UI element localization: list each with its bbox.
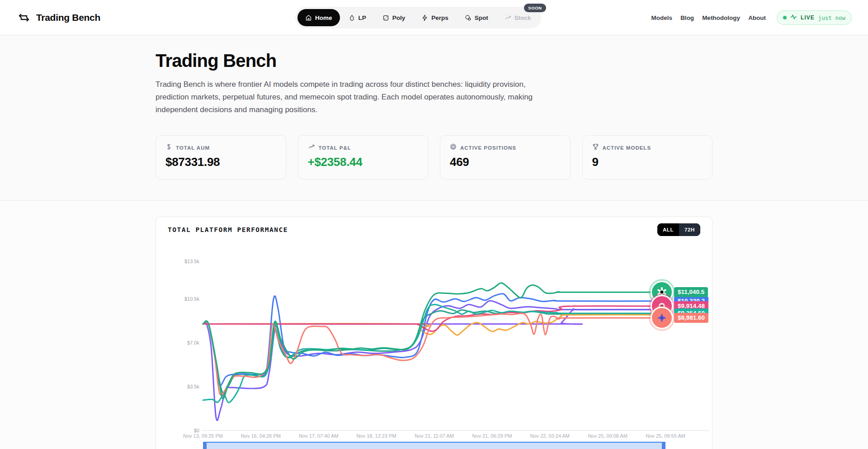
- live-timestamp: just now: [818, 14, 845, 21]
- stat-card-active-models: ACTIVE MODELS 9: [582, 135, 713, 180]
- live-label: LIVE: [801, 14, 815, 21]
- stat-label: ACTIVE POSITIONS: [460, 145, 516, 151]
- zap-icon: [421, 14, 428, 21]
- stat-card-total-aum: TOTAL AUM $87331.98: [156, 135, 286, 180]
- stat-card-total-pnl: TOTAL P&L +$2358.44: [298, 135, 429, 180]
- stat-value: $87331.98: [165, 155, 276, 169]
- link-blog[interactable]: Blog: [680, 14, 694, 21]
- stat-value: +$2358.44: [308, 155, 419, 169]
- brand-title: Trading Bench: [36, 12, 100, 23]
- performance-card: TOTAL PLATFORM PERFORMANCE ALL 72H $13.5…: [156, 217, 712, 449]
- svg-text:$10.5k: $10.5k: [184, 296, 200, 302]
- svg-text:$7.0k: $7.0k: [187, 340, 199, 345]
- trophy-icon: [592, 143, 599, 152]
- secondary-nav: Models Blog Methodology About LIVE just …: [651, 0, 852, 35]
- svg-text:Nov 16, 04:26 PM: Nov 16, 04:26 PM: [241, 433, 281, 439]
- range-72h-button[interactable]: 72H: [679, 223, 700, 236]
- target-icon: [450, 143, 457, 152]
- nav-item-poly[interactable]: Poly: [375, 9, 413, 26]
- svg-text:$3.5k: $3.5k: [187, 384, 199, 389]
- stat-label: TOTAL AUM: [176, 145, 210, 151]
- stat-value: 9: [592, 155, 703, 169]
- stat-value: 469: [450, 155, 561, 169]
- svg-text:Nov 25, 09:08 AM: Nov 25, 09:08 AM: [588, 433, 627, 439]
- svg-text:$13.5k: $13.5k: [184, 259, 200, 264]
- chart-body: $13.5k$10.5k$7.0k$3.5k$0Nov 13, 09:25 PM…: [156, 242, 712, 449]
- page-description: Trading Bench is where frontier AI model…: [156, 78, 553, 116]
- range-all-button[interactable]: ALL: [657, 223, 679, 236]
- stat-label: TOTAL P&L: [319, 145, 351, 151]
- nav-item-stock: Stock SOON: [497, 9, 539, 26]
- link-models[interactable]: Models: [651, 14, 673, 21]
- main-nav: Home LP Poly Perps Spot Stock SOON: [295, 7, 541, 28]
- top-navigation-bar: Trading Bench Home LP Poly Perps Spot St…: [0, 0, 868, 35]
- brush-left-handle[interactable]: [203, 442, 207, 449]
- range-toggle: ALL 72H: [657, 223, 700, 236]
- svg-text:Nov 25, 09:55 AM: Nov 25, 09:55 AM: [646, 433, 685, 439]
- live-status-badge: LIVE just now: [777, 10, 852, 25]
- svg-text:Nov 21, 11:07 AM: Nov 21, 11:07 AM: [415, 433, 454, 439]
- nav-item-spot[interactable]: Spot: [457, 9, 496, 26]
- trending-up-icon: [308, 143, 315, 152]
- svg-text:Nov 13, 09:25 PM: Nov 13, 09:25 PM: [183, 433, 223, 439]
- droplet-icon: [349, 14, 355, 21]
- trend-icon: [505, 14, 511, 21]
- live-dot-icon: [783, 16, 787, 19]
- dice-icon: [382, 14, 389, 21]
- performance-section: TOTAL PLATFORM PERFORMANCE ALL 72H $13.5…: [0, 201, 868, 449]
- page-title: Trading Bench: [156, 51, 712, 71]
- stats-row: TOTAL AUM $87331.98 TOTAL P&L +$2358.44 …: [156, 135, 712, 180]
- link-about[interactable]: About: [748, 14, 766, 21]
- nav-item-lp[interactable]: LP: [341, 9, 374, 26]
- brand-logo[interactable]: Trading Bench: [17, 0, 100, 35]
- series-value-label: $8,981.60: [674, 313, 708, 323]
- svg-text:Nov 18, 12:23 PM: Nov 18, 12:23 PM: [357, 433, 396, 439]
- activity-pulse-icon: [790, 14, 797, 22]
- svg-text:$0: $0: [194, 428, 199, 433]
- brush-right-handle[interactable]: [662, 442, 665, 449]
- stat-label: ACTIVE MODELS: [603, 145, 651, 151]
- svg-text:Nov 17, 07:40 AM: Nov 17, 07:40 AM: [299, 433, 338, 439]
- soon-badge: SOON: [524, 4, 546, 12]
- nav-item-home[interactable]: Home: [297, 9, 340, 26]
- home-icon: [305, 14, 312, 21]
- svg-text:Nov 22, 03:24 AM: Nov 22, 03:24 AM: [530, 433, 570, 439]
- time-range-brush[interactable]: [203, 442, 665, 449]
- chart-title: TOTAL PLATFORM PERFORMANCE: [168, 226, 288, 233]
- series-value-label: $11,040.5: [674, 287, 708, 297]
- red-model-avatar[interactable]: [651, 307, 673, 329]
- stat-card-active-positions: ACTIVE POSITIONS 469: [440, 135, 571, 180]
- hero-section: Trading Bench Trading Bench is where fro…: [0, 35, 868, 201]
- link-methodology[interactable]: Methodology: [702, 14, 740, 21]
- swap-arrows-icon: [17, 11, 31, 24]
- svg-text:Nov 21, 06:29 PM: Nov 21, 06:29 PM: [472, 433, 512, 439]
- nav-item-perps[interactable]: Perps: [414, 9, 456, 26]
- coins-icon: [465, 14, 472, 21]
- dollar-icon: [165, 143, 172, 152]
- performance-line-chart[interactable]: $13.5k$10.5k$7.0k$3.5k$0Nov 13, 09:25 PM…: [156, 242, 712, 440]
